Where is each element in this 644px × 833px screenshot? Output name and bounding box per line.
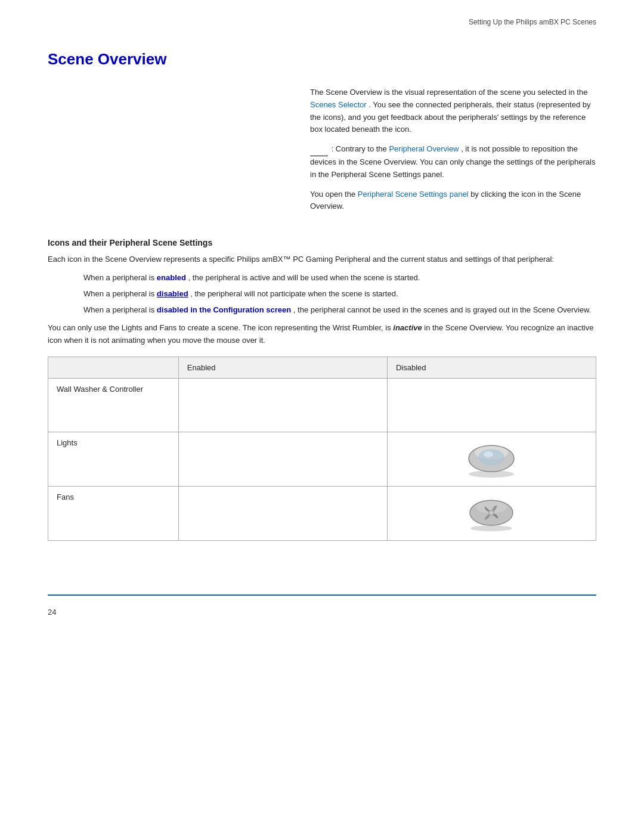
bullet-item-1: When a peripheral is enabled , the perip… xyxy=(83,272,596,284)
table-header-row: Enabled Disabled xyxy=(48,357,596,378)
bullet-list: When a peripheral is enabled , the perip… xyxy=(83,272,596,316)
row-enabled-lights xyxy=(178,432,387,486)
fans-disabled-icon-container xyxy=(396,493,587,534)
row-disabled-fans xyxy=(387,486,596,540)
bullet-item-2: When a peripheral is disabled , the peri… xyxy=(83,288,596,301)
section-heading: Icons and their Peripheral Scene Setting… xyxy=(48,238,596,247)
intro-para1: The Scene Overview is the visual represe… xyxy=(310,86,596,136)
page-footer xyxy=(48,594,596,602)
peripheral-overview-link[interactable]: Peripheral Overview xyxy=(389,144,459,153)
intro-para2: : Contrary to the Peripheral Overview , … xyxy=(310,143,596,181)
table-row: Wall Washer & Controller xyxy=(48,378,596,432)
page-number: 24 xyxy=(0,602,644,623)
page-content: Scene Overview The Scene Overview is the… xyxy=(0,32,644,594)
table-row: Lights xyxy=(48,432,596,486)
fans-disabled-icon xyxy=(465,494,518,532)
svg-point-6 xyxy=(470,525,512,531)
lights-disabled-icon xyxy=(465,439,518,478)
row-label-lights: Lights xyxy=(48,432,179,486)
intro-right: The Scene Overview is the visual represe… xyxy=(310,86,596,220)
row-label-wallwasher: Wall Washer & Controller xyxy=(48,378,179,432)
peripheral-scene-settings-link[interactable]: Peripheral Scene Settings panel xyxy=(358,190,469,199)
table-row: Fans xyxy=(48,486,596,540)
inactive-text: inactive xyxy=(393,323,422,332)
intro-para3: You open the Peripheral Scene Settings p… xyxy=(310,188,596,213)
svg-point-4 xyxy=(484,451,493,457)
bullet-item-3: When a peripheral is disabled in the Con… xyxy=(83,304,596,317)
row-label-fans: Fans xyxy=(48,486,179,540)
row-enabled-wallwasher xyxy=(178,378,387,432)
intro-section: The Scene Overview is the visual represe… xyxy=(48,86,596,220)
col-header-enabled: Enabled xyxy=(178,357,387,378)
svg-point-3 xyxy=(478,449,504,466)
page-header: Setting Up the Philips amBX PC Scenes xyxy=(0,0,644,32)
lights-disabled-icon-container xyxy=(396,438,587,480)
col-header-disabled: Disabled xyxy=(387,357,596,378)
row-disabled-wallwasher xyxy=(387,378,596,432)
header-text: Setting Up the Philips amBX PC Scenes xyxy=(469,18,596,26)
body-text2: You can only use the Lights and Fans to … xyxy=(48,322,596,347)
scenes-selector-link[interactable]: Scenes Selector xyxy=(310,100,367,109)
row-disabled-lights xyxy=(387,432,596,486)
svg-point-10 xyxy=(490,511,493,515)
intro-left xyxy=(48,86,286,220)
col-header-label xyxy=(48,357,179,378)
body-text1: Each icon in the Scene Overview represen… xyxy=(48,253,596,266)
row-enabled-fans xyxy=(178,486,387,540)
peripheral-table: Enabled Disabled Wall Washer & Controlle… xyxy=(48,357,596,541)
page-title: Scene Overview xyxy=(48,50,596,69)
